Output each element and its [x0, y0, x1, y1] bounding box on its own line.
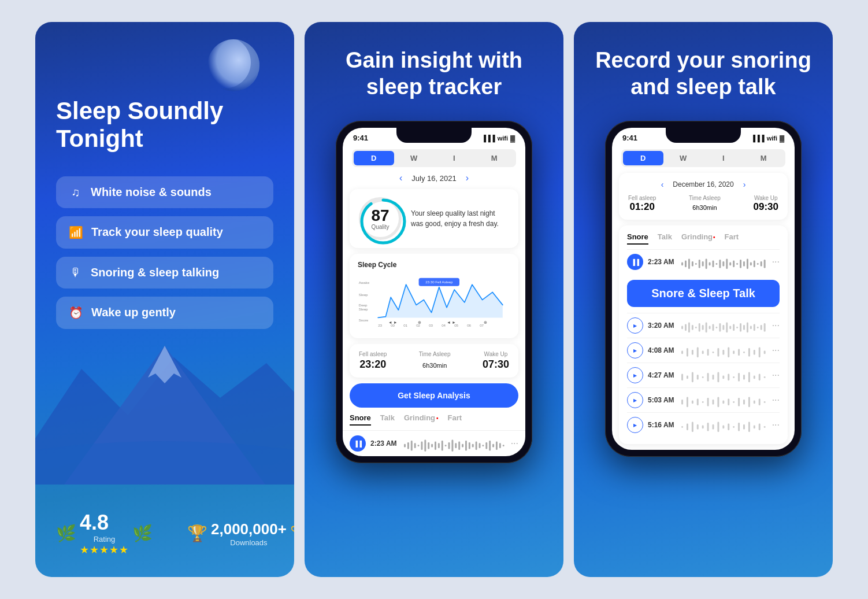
svg-rect-24: [411, 441, 413, 451]
snore-rec-more-4[interactable]: ···: [772, 395, 780, 405]
svg-rect-163: [733, 426, 735, 428]
prev-date-middle[interactable]: ‹: [399, 173, 402, 183]
svg-rect-108: [713, 352, 714, 353]
next-date-middle[interactable]: ›: [466, 173, 469, 183]
svg-rect-45: [482, 445, 484, 446]
prev-date-right[interactable]: ‹: [661, 180, 664, 189]
snore-date-card: ‹ December 16, 2020 › Fell asleep 01:20 …: [619, 173, 788, 220]
rec-more-middle[interactable]: ···: [511, 438, 518, 449]
feature-wake-up[interactable]: ⏰ Wake up gently: [56, 297, 273, 329]
svg-rect-166: [748, 422, 750, 432]
svg-rect-128: [728, 374, 729, 381]
snore-play-icon-1[interactable]: ▶: [627, 317, 643, 334]
svg-rect-127: [722, 376, 724, 379]
date-nav-middle: ‹ July 16, 2021 ›: [343, 173, 525, 183]
svg-rect-75: [761, 261, 762, 267]
tracker-tabs-middle[interactable]: D W I M: [352, 149, 516, 167]
svg-rect-117: [759, 347, 761, 358]
svg-rect-63: [719, 260, 721, 268]
snore-rec-wave-4: [681, 396, 767, 404]
analysis-button[interactable]: Get Sleep Analysis: [350, 383, 518, 408]
svg-rect-146: [733, 401, 735, 403]
snore-tab-talk[interactable]: Talk: [658, 232, 672, 245]
tab-d-middle[interactable]: D: [354, 151, 394, 165]
svg-rect-92: [733, 324, 735, 331]
battery-icon-right: ▓: [780, 135, 784, 142]
svg-rect-91: [729, 326, 731, 330]
snore-play-icon-5[interactable]: ▶: [627, 417, 643, 433]
svg-rect-139: [697, 399, 699, 406]
snore-play-icon-2[interactable]: ▶: [627, 342, 643, 358]
tab-w-middle[interactable]: W: [394, 151, 435, 165]
snore-tab-grinding[interactable]: Grinding: [681, 232, 715, 245]
svg-rect-47: [489, 441, 491, 451]
rec-play-icon[interactable]: ▐▐: [350, 435, 366, 452]
sound-tabs-middle[interactable]: Snore Talk Grinding Fart: [343, 413, 525, 431]
snore-rec-wave-3: [681, 371, 767, 379]
fell-asleep-val: 23:20: [359, 358, 387, 371]
svg-rect-88: [719, 323, 721, 332]
snore-rec-more-5[interactable]: ···: [772, 420, 780, 430]
svg-rect-58: [702, 261, 704, 267]
snore-tab-fart[interactable]: Fart: [725, 232, 739, 245]
time-asleep-val: 6h30min: [419, 358, 451, 371]
svg-rect-168: [759, 424, 761, 431]
snore-tabs[interactable]: Snore Talk Grinding Fart: [627, 232, 780, 245]
wifi-icon: wifi: [498, 135, 508, 142]
svg-rect-72: [750, 262, 752, 266]
snore-rec-more-3[interactable]: ···: [772, 370, 780, 380]
svg-rect-124: [707, 373, 709, 382]
svg-rect-44: [479, 443, 481, 449]
chart-title-middle: Sleep Cycle: [358, 261, 510, 269]
snore-bars-icon-0[interactable]: ▐▐: [627, 254, 643, 270]
tab-d-right[interactable]: D: [623, 151, 663, 165]
sound-tab-snore[interactable]: Snore: [350, 413, 371, 426]
svg-rect-35: [448, 442, 450, 449]
status-icons-right: ▐▐▐ wifi ▓: [751, 135, 784, 142]
svg-rect-39: [462, 444, 463, 448]
snore-play-icon-4[interactable]: ▶: [627, 392, 643, 408]
tab-m-middle[interactable]: M: [474, 151, 515, 165]
svg-rect-150: [754, 401, 755, 404]
snore-rec-wave-2: [681, 346, 767, 354]
fell-asleep-label: Fell asleep: [359, 351, 387, 357]
svg-rect-34: [445, 445, 447, 446]
svg-rect-113: [738, 349, 740, 356]
svg-rect-26: [418, 445, 420, 446]
svg-rect-153: [681, 426, 683, 428]
battery-icon: ▓: [510, 135, 515, 142]
snore-play-icon-3[interactable]: ▶: [627, 367, 643, 383]
tab-w-right[interactable]: W: [663, 151, 704, 165]
svg-text:01: 01: [403, 323, 407, 327]
snore-rec-time-1: 3:20 AM: [648, 321, 677, 330]
tab-i-middle[interactable]: I: [434, 151, 474, 165]
svg-rect-110: [722, 350, 724, 355]
tab-i-right[interactable]: I: [703, 151, 744, 165]
svg-rect-145: [728, 399, 729, 406]
svg-text:04: 04: [442, 323, 446, 327]
snore-rec-more-0[interactable]: ···: [772, 257, 780, 267]
snore-tab-snore[interactable]: Snore: [627, 232, 648, 245]
tracker-tabs-right[interactable]: D W I M: [621, 149, 785, 167]
snore-rec-more-1[interactable]: ···: [772, 320, 780, 331]
svg-rect-131: [743, 375, 745, 380]
svg-rect-135: [764, 376, 766, 378]
snore-rec-3: ▶ 4:27 AM: [627, 363, 780, 387]
feature-white-noise[interactable]: ♫ White noise & sounds: [56, 176, 273, 208]
next-date-right[interactable]: ›: [743, 180, 746, 189]
feature-snoring[interactable]: 🎙 Snoring & sleep talking: [56, 257, 273, 289]
sound-tab-talk[interactable]: Talk: [380, 413, 395, 426]
tab-m-right[interactable]: M: [744, 151, 784, 165]
sound-tab-fart[interactable]: Fart: [448, 413, 462, 426]
svg-rect-25: [414, 443, 416, 449]
feature-sleep-quality[interactable]: 📶 Track your sleep quality: [56, 216, 273, 249]
svg-rect-167: [754, 426, 755, 429]
svg-text:Deep: Deep: [359, 303, 368, 307]
svg-rect-36: [451, 440, 453, 452]
svg-text:Awake: Awake: [359, 281, 370, 285]
sound-tab-grinding[interactable]: Grinding: [404, 413, 439, 426]
snore-rec-0: ▐▐ 2:23 AM: [627, 249, 780, 274]
snore-rec-more-2[interactable]: ···: [772, 345, 780, 356]
snore-rec-2: ▶ 4:08 AM: [627, 338, 780, 363]
panel-left: Sleep Soundly Tonight ♫ White noise & so…: [35, 22, 294, 577]
